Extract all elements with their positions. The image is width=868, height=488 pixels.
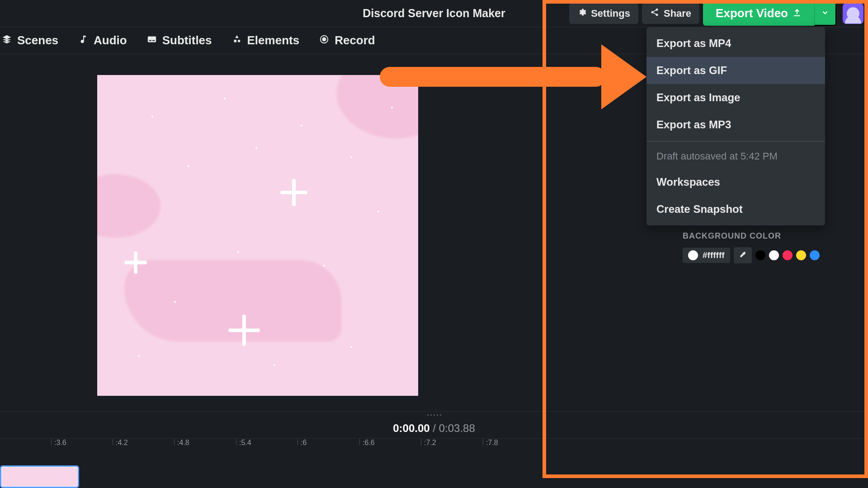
ruler-tick: :6.6 <box>359 439 375 445</box>
bg-color-controls: #ffffff <box>683 247 841 263</box>
eyedropper-button[interactable] <box>734 247 752 263</box>
project-title: Discord Server Icon Maker <box>363 7 505 20</box>
user-avatar[interactable] <box>843 3 863 24</box>
svg-point-7 <box>322 38 326 41</box>
settings-button[interactable]: Settings <box>569 3 638 24</box>
total-time: 0:03.88 <box>439 422 475 434</box>
ruler-tick: :6 <box>297 439 307 445</box>
export-dropdown-toggle[interactable] <box>814 1 836 26</box>
record-icon <box>319 33 329 47</box>
tab-scenes[interactable]: Scenes <box>2 33 58 47</box>
tab-record-label: Record <box>335 33 375 47</box>
ruler-tick: :7.8 <box>483 439 498 445</box>
export-video-label: Export Video <box>716 6 788 20</box>
current-color-swatch <box>688 250 698 260</box>
export-mp3-item[interactable]: Export as MP3 <box>646 111 825 138</box>
eyedropper-icon <box>739 252 746 259</box>
music-note-icon <box>78 33 88 47</box>
color-hex-value: #ffffff <box>703 250 725 260</box>
ruler-tick: :4.2 <box>113 439 128 445</box>
share-icon <box>650 8 659 19</box>
tab-scenes-label: Scenes <box>17 33 58 47</box>
ruler-tick: :3.6 <box>51 439 66 445</box>
export-mp4-item[interactable]: Export as MP4 <box>646 30 825 57</box>
color-swatch-yellow[interactable] <box>796 250 806 260</box>
time-display: 0:00.00 / 0:03.88 <box>0 418 868 439</box>
share-button[interactable]: Share <box>642 3 699 24</box>
color-input[interactable]: #ffffff <box>683 248 730 263</box>
tab-audio[interactable]: Audio <box>78 33 127 47</box>
svg-point-1 <box>651 11 653 13</box>
time-separator: / <box>430 422 439 434</box>
top-bar: Discord Server Icon Maker Settings Share… <box>0 0 868 27</box>
shapes-icon <box>232 33 242 47</box>
export-gif-item[interactable]: Export as GIF <box>646 57 825 84</box>
dropdown-divider <box>646 141 825 141</box>
svg-point-0 <box>656 8 658 10</box>
ruler-tick: :4.8 <box>174 439 189 445</box>
video-preview[interactable] <box>97 75 418 396</box>
svg-point-2 <box>656 14 658 16</box>
settings-label: Settings <box>591 8 630 19</box>
tab-audio-label: Audio <box>94 33 127 47</box>
timeline-panel: 0:00.00 / 0:03.88 :3.6 :4.2 :4.8 :5.4 :6… <box>0 411 868 488</box>
current-time: 0:00.00 <box>393 422 429 434</box>
timeline-clip[interactable] <box>0 465 79 488</box>
tab-subtitles-label: Subtitles <box>162 33 212 47</box>
bg-color-label: BACKGROUND COLOR <box>683 231 841 241</box>
export-icon <box>793 6 802 20</box>
svg-rect-4 <box>149 40 151 41</box>
ruler-tick: :5.4 <box>236 439 251 445</box>
create-snapshot-item[interactable]: Create Snapshot <box>646 196 825 223</box>
time-ruler[interactable]: :3.6 :4.2 :4.8 :5.4 :6 :6.6 :7.2 :7.8 <box>0 439 868 452</box>
tab-elements[interactable]: Elements <box>232 33 300 47</box>
autosave-status: Draft autosaved at 5:42 PM <box>646 144 825 169</box>
export-video-button[interactable]: Export Video <box>703 1 814 26</box>
color-swatch-blue[interactable] <box>810 250 820 260</box>
color-swatch-red[interactable] <box>783 250 793 260</box>
export-dropdown-menu: Export as MP4 Export as GIF Export as Im… <box>646 27 825 225</box>
gear-icon <box>577 8 586 19</box>
tab-record[interactable]: Record <box>319 33 375 47</box>
svg-rect-3 <box>148 37 156 42</box>
timeline-grabber[interactable] <box>0 412 868 418</box>
ruler-tick: :7.2 <box>421 439 436 445</box>
svg-rect-5 <box>152 40 155 41</box>
top-right-controls: Settings Share Export Video <box>569 1 863 26</box>
share-label: Share <box>664 8 691 19</box>
tab-elements-label: Elements <box>247 33 300 47</box>
layers-icon <box>2 33 12 47</box>
export-image-item[interactable]: Export as Image <box>646 84 825 111</box>
avatar-icon <box>847 7 859 20</box>
subtitles-icon <box>147 33 157 47</box>
background-color-panel: BACKGROUND COLOR #ffffff <box>683 231 841 263</box>
workspaces-item[interactable]: Workspaces <box>646 169 825 196</box>
color-swatch-black[interactable] <box>755 250 765 260</box>
annotation-arrow <box>380 53 646 89</box>
color-swatch-white[interactable] <box>769 250 779 260</box>
tab-subtitles[interactable]: Subtitles <box>147 33 212 47</box>
chevron-down-icon <box>821 9 829 18</box>
